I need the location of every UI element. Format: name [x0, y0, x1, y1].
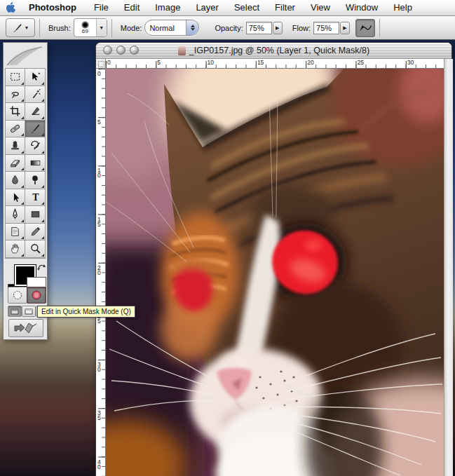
window-title: _IGP0157.jpg @ 50% (Layer 1, Quick Mask/… — [189, 46, 369, 55]
ruler-label: 25 — [358, 59, 364, 66]
minimize-button[interactable] — [116, 46, 125, 55]
menu-item-edit[interactable]: Edit — [116, 0, 147, 15]
menu-bar: PhotoshopFileEditImageLayerSelectFilterV… — [0, 0, 455, 16]
tool-rectangle[interactable] — [25, 206, 45, 224]
tool-gradient[interactable] — [25, 155, 45, 172]
tool-hand[interactable] — [6, 240, 25, 258]
brush-label: Brush: — [48, 24, 71, 32]
standard-screen-mode-button[interactable] — [8, 306, 22, 317]
separator — [111, 19, 112, 37]
tool-eyedropper[interactable] — [25, 224, 45, 241]
tool-type[interactable]: T — [25, 189, 45, 207]
zoom-button[interactable] — [130, 46, 139, 55]
tool-brush[interactable] — [25, 121, 45, 138]
document-canvas[interactable] — [106, 69, 444, 476]
imageready-icon — [13, 322, 39, 334]
brush-tool-icon — [12, 22, 23, 34]
flow-label: Flow: — [292, 24, 311, 32]
blend-mode-select[interactable]: Normal — [144, 20, 199, 36]
menu-item-select[interactable]: Select — [226, 0, 267, 15]
ruler-label: 5 — [97, 120, 101, 125]
opacity-slider-button[interactable]: ▶ — [273, 22, 283, 34]
separator — [39, 19, 40, 37]
tool-move[interactable] — [25, 69, 45, 86]
menu-item-window[interactable]: Window — [338, 0, 386, 15]
ruler-label: 20 — [307, 59, 313, 66]
tool-clone-stamp[interactable] — [6, 137, 25, 155]
menu-item-image[interactable]: Image — [147, 0, 188, 15]
airbrush-icon — [358, 23, 372, 33]
tool-blur[interactable] — [6, 172, 25, 189]
ruler-label: 2 0 — [97, 266, 101, 276]
tool-rectangular-marquee[interactable] — [6, 69, 25, 86]
standard-mode-button[interactable] — [8, 287, 27, 304]
svg-text:T: T — [32, 192, 39, 203]
photoshop-feather-logo — [4, 44, 45, 67]
tool-crop[interactable] — [6, 103, 25, 121]
flow-slider-button[interactable]: ▶ — [340, 22, 350, 34]
ruler-label: 1 0 — [97, 168, 101, 178]
ruler-label: 15 — [257, 59, 264, 66]
jump-to-imageready-button[interactable] — [8, 319, 43, 337]
brush-picker[interactable]: 69 ▼ — [74, 18, 107, 37]
tool-pen[interactable] — [6, 206, 25, 224]
ruler-label: 3 5 — [97, 411, 101, 421]
tool-preset-picker[interactable]: ▼ — [6, 18, 35, 37]
apple-icon — [6, 2, 15, 13]
tooltip: Edit in Quick Mask Mode (Q) — [37, 306, 135, 318]
ruler-label: 5 — [157, 59, 161, 66]
document-window: _IGP0157.jpg @ 50% (Layer 1, Quick Mask/… — [95, 42, 452, 476]
quick-mask-mode-button[interactable] — [27, 287, 46, 304]
menu-item-file[interactable]: File — [86, 0, 116, 15]
toolbox-palette: T — [3, 42, 48, 340]
menu-item-view[interactable]: View — [303, 0, 338, 15]
swap-colors-icon[interactable] — [36, 261, 46, 274]
opacity-label: Opacity: — [215, 24, 243, 32]
tool-magic-wand[interactable] — [25, 86, 45, 104]
ruler-label: 0 — [107, 59, 111, 66]
opacity-input[interactable]: 75% — [246, 22, 272, 34]
blend-mode-value: Normal — [145, 24, 186, 32]
separator — [379, 19, 380, 37]
popup-arrows-icon — [186, 20, 198, 35]
tool-healing-brush[interactable] — [6, 121, 25, 138]
vertical-scrollbar[interactable] — [444, 59, 453, 476]
cat-photo — [106, 69, 444, 476]
tool-eraser[interactable] — [6, 155, 25, 172]
close-button[interactable] — [103, 46, 112, 55]
tool-slice[interactable] — [25, 103, 45, 121]
ruler-label: 3 0 — [97, 362, 101, 372]
menu-item-photoshop[interactable]: Photoshop — [21, 0, 86, 15]
brush-dropdown-arrow[interactable]: ▼ — [96, 19, 107, 36]
ruler-label: 10 — [208, 59, 214, 66]
tool-notes[interactable] — [6, 224, 25, 241]
tool-dodge[interactable] — [25, 172, 45, 189]
tool-lasso[interactable] — [6, 86, 25, 104]
document-proxy-icon[interactable] — [178, 46, 186, 55]
tool-zoom[interactable] — [25, 240, 45, 258]
vertical-ruler: 051 01 52 02 53 03 54 0 — [96, 69, 106, 476]
ruler-label: 1 5 — [97, 217, 101, 227]
tool-options-bar: ▼ Brush: 69 ▼ Mode: Normal Opacity: 75% … — [0, 16, 455, 40]
ruler-corner — [96, 59, 106, 69]
tool-path-selection[interactable] — [6, 189, 25, 207]
ruler-label: 0 — [97, 72, 101, 76]
window-title-bar[interactable]: _IGP0157.jpg @ 50% (Layer 1, Quick Mask/… — [96, 43, 451, 59]
full-screen-with-menu-button[interactable] — [22, 306, 36, 317]
brush-size: 69 — [82, 29, 88, 34]
menu-item-layer[interactable]: Layer — [188, 0, 226, 15]
menu-item-filter[interactable]: Filter — [267, 0, 303, 15]
ruler-label: 4 0 — [97, 460, 101, 470]
chevron-down-icon: ▼ — [25, 25, 29, 30]
tooltip-text: Edit in Quick Mask Mode (Q) — [41, 308, 131, 315]
airbrush-toggle[interactable] — [355, 19, 375, 37]
menu-item-help[interactable]: Help — [386, 0, 420, 15]
mode-label: Mode: — [121, 24, 142, 32]
tool-history-brush[interactable] — [25, 137, 45, 155]
flow-input[interactable]: 75% — [313, 22, 339, 34]
horizontal-ruler: 051015202530 — [106, 59, 444, 69]
ruler-label: 30 — [407, 59, 414, 66]
apple-menu[interactable] — [0, 2, 21, 13]
